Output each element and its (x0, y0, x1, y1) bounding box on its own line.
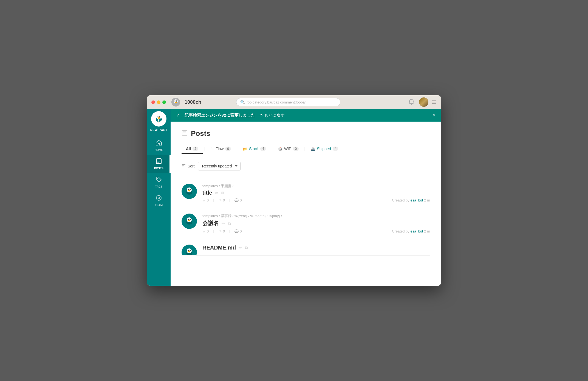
creator-link-1[interactable]: esa_bot (410, 198, 423, 202)
sort-label: Sort (182, 164, 195, 169)
post-comments-2: 💬 0 (234, 229, 242, 233)
created-ago-2: 2 m (424, 229, 430, 233)
revert-icon: ↺ (259, 113, 263, 118)
post-created-2: Created by esa_bot 2 m (392, 229, 430, 233)
tab-all-label: All (186, 147, 191, 151)
star-count-2: 0 (207, 229, 209, 233)
titlebar-right: ☰ (407, 97, 437, 107)
flow-icon: ⏱ (210, 147, 214, 151)
star-icon-2: ★ (202, 229, 206, 233)
main-content: Posts All 4 | ⏱ Flow 0 | (171, 122, 441, 286)
tab-wip-count: 0 (293, 147, 299, 151)
tags-label: TAGS (155, 185, 162, 188)
post-item-2: templates / 議事録 / %{Year} / %{month} / %… (182, 208, 430, 239)
close-button[interactable] (151, 100, 155, 104)
team-name: 1000ch (185, 99, 201, 105)
view-icon-2: 👁 (219, 229, 222, 233)
svg-point-48 (188, 251, 190, 253)
tab-flow[interactable]: ⏱ Flow 0 (206, 144, 235, 154)
sidebar-item-posts[interactable]: POSTS (147, 155, 171, 173)
tab-wip-label: WIP (284, 147, 291, 151)
post-views-1: 👁 0 (219, 198, 225, 202)
svg-point-11 (157, 116, 159, 117)
shipped-icon: 🚢 (311, 147, 315, 151)
notifications-icon[interactable] (407, 97, 416, 107)
sidebar-item-team[interactable]: TEAM (147, 192, 171, 209)
svg-rect-7 (411, 104, 412, 105)
app-window: 1000ch 🔍 foo category:bar/baz comment:fo… (147, 95, 441, 286)
maximize-button[interactable] (162, 100, 166, 104)
tab-shipped-count: 4 (333, 147, 338, 151)
view-icon-1: 👁 (219, 198, 222, 202)
post-edit-icon-3[interactable]: ✏ (239, 245, 242, 250)
view-count-1: 0 (223, 198, 225, 202)
post-edit-icon-1[interactable]: ✏ (215, 190, 219, 195)
tab-sep-4: | (303, 147, 306, 152)
sidebar-item-tags[interactable]: TAGS (147, 174, 171, 191)
sidebar-nav: HOME POSTS (147, 137, 171, 209)
banner-revert-button[interactable]: ↺ もとに戻す (259, 113, 285, 118)
content-area: ✓ 記事検索エンジンをv2に変更しました ↺ もとに戻す × (171, 109, 441, 286)
svg-point-40 (188, 219, 189, 220)
post-edit-icon-2[interactable]: ✏ (222, 221, 225, 226)
post-copy-icon-2[interactable]: ⧉ (228, 221, 231, 226)
user-avatar[interactable] (419, 97, 428, 107)
page-title: Posts (191, 129, 210, 138)
team-label: TEAM (155, 204, 163, 207)
svg-rect-6 (409, 103, 414, 104)
star-count-1: 0 (207, 198, 209, 202)
tab-flow-count: 0 (225, 147, 231, 151)
svg-point-3 (176, 100, 177, 102)
team-avatar (171, 98, 180, 107)
post-stars-2: ★ 0 (202, 229, 209, 233)
svg-point-33 (187, 187, 192, 192)
banner-check-icon: ✓ (176, 112, 180, 118)
post-title-row-3: README.md ✏ ⧉ (202, 245, 430, 251)
tab-wip[interactable]: 🎲 WIP 0 (274, 144, 303, 154)
svg-point-4 (175, 102, 177, 103)
svg-point-23 (159, 198, 159, 198)
search-input-placeholder: foo category:bar/baz comment:foobar (247, 100, 306, 104)
post-title-2[interactable]: 会議名 (202, 220, 219, 227)
post-views-2: 👁 0 (219, 229, 225, 233)
titlebar: 1000ch 🔍 foo category:bar/baz comment:fo… (147, 95, 441, 109)
search-bar[interactable]: 🔍 foo category:bar/baz comment:foobar (236, 98, 340, 106)
comment-count-2: 0 (240, 229, 242, 233)
posts-label: POSTS (154, 167, 163, 170)
banner-close-button[interactable]: × (432, 113, 436, 118)
svg-point-36 (188, 190, 190, 192)
post-body-1: templates / 手順書 / title ✏ ⧉ ★ 0 (202, 184, 430, 202)
tab-all[interactable]: All 4 (182, 144, 203, 154)
svg-point-10 (157, 115, 161, 119)
post-meta-2: ★ 0 | 👁 0 | 💬 (202, 229, 430, 233)
minimize-button[interactable] (157, 100, 160, 104)
new-post-label: NEW POST (150, 128, 168, 131)
svg-point-45 (187, 248, 192, 253)
post-title-3[interactable]: README.md (202, 245, 236, 251)
banner-message[interactable]: 記事検索エンジンをv2に変更しました (185, 113, 255, 118)
post-body-3: README.md ✏ ⧉ (202, 245, 430, 253)
sidebar-item-home[interactable]: HOME (147, 137, 171, 154)
home-label: HOME (155, 149, 163, 152)
view-count-2: 0 (223, 229, 225, 233)
tab-sep-1: | (203, 147, 206, 152)
sort-row: Sort Recently updated Recently created C… (182, 162, 430, 170)
svg-point-35 (190, 189, 191, 190)
svg-point-12 (159, 116, 160, 117)
new-post-button[interactable] (151, 111, 166, 127)
tab-all-count: 4 (193, 147, 198, 151)
main-layout: NEW POST HOME (147, 109, 441, 286)
post-copy-icon-1[interactable]: ⧉ (221, 190, 224, 195)
page-title-row: Posts (182, 129, 430, 138)
notification-banner: ✓ 記事検索エンジンをv2に変更しました ↺ もとに戻す × (171, 109, 441, 122)
sort-select[interactable]: Recently updated Recently created Commen… (198, 162, 241, 170)
post-title-row-1: title ✏ ⧉ (202, 190, 430, 196)
tab-stock[interactable]: 📂 Stock 4 (239, 144, 270, 154)
post-copy-icon-3[interactable]: ⧉ (245, 245, 248, 250)
comment-icon-2: 💬 (234, 229, 239, 233)
tab-shipped[interactable]: 🚢 Shipped 4 (306, 144, 343, 154)
revert-label: もとに戻す (264, 113, 285, 118)
menu-button[interactable]: ☰ (432, 99, 437, 105)
creator-link-2[interactable]: esa_bot (410, 229, 423, 233)
post-title-1[interactable]: title (202, 190, 212, 196)
